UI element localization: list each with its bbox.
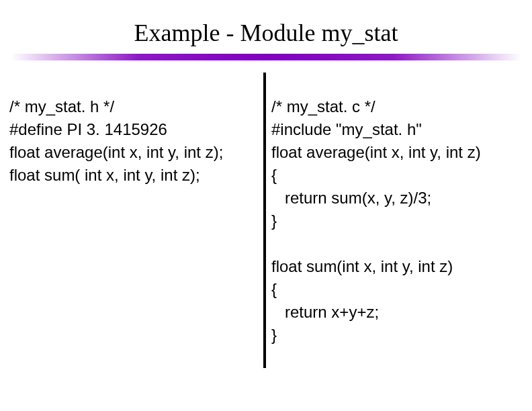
code-line: float sum(int x, int y, int z) — [271, 257, 453, 275]
right-column: /* my_stat. c */ #include "my_stat. h" f… — [271, 73, 523, 369]
code-line: #include "my_stat. h" — [271, 120, 422, 138]
code-line: { — [271, 166, 277, 184]
code-line: return x+y+z; — [271, 303, 379, 321]
vertical-divider — [263, 73, 266, 368]
code-line: /* my_stat. h */ — [9, 97, 114, 116]
slide: Example - Module my_stat /* my_stat. h *… — [0, 0, 532, 411]
code-line: /* my_stat. c */ — [271, 97, 375, 116]
left-column: /* my_stat. h */ #define PI 3. 1415926 f… — [9, 73, 263, 210]
code-line: float average(int x, int y, int z); — [9, 143, 223, 161]
title-underline — [11, 54, 521, 60]
code-line: { — [271, 280, 277, 298]
content-area: /* my_stat. h */ #define PI 3. 1415926 f… — [0, 73, 532, 369]
code-line: float average(int x, int y, int z) — [271, 143, 481, 161]
code-line: #define PI 3. 1415926 — [9, 120, 167, 138]
code-line: } — [271, 326, 277, 344]
code-line: } — [271, 212, 277, 230]
code-line: float sum( int x, int y, int z); — [9, 166, 200, 184]
code-line: return sum(x, y, z)/3; — [271, 189, 431, 207]
slide-title: Example - Module my_stat — [0, 0, 532, 54]
